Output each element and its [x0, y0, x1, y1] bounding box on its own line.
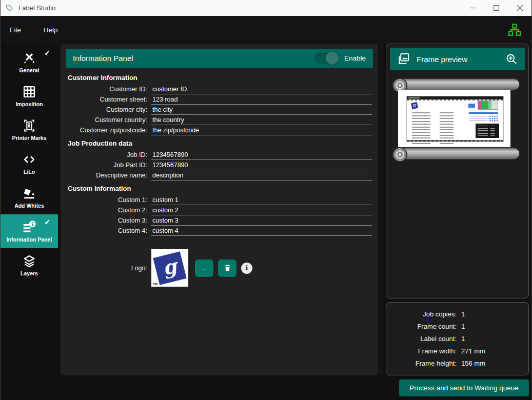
customer-street-input[interactable] [151, 95, 372, 105]
customer-city-input[interactable] [151, 105, 372, 115]
custom-4-label: Custom 4: [67, 226, 151, 236]
custom-1-input[interactable] [151, 195, 372, 205]
frame-preview-panel: Frame preview [386, 44, 529, 298]
minimize-button[interactable] [461, 0, 484, 16]
sidebar-item-add-whites[interactable]: Add Whites [1, 181, 58, 214]
frames-image-icon [397, 52, 411, 66]
check-icon: ✓ [44, 218, 50, 226]
frame-preview-title: Frame preview [417, 55, 467, 64]
close-button[interactable] [508, 0, 531, 16]
job-part-id-input[interactable] [151, 161, 372, 170]
customer-id-label: Customer ID: [67, 85, 151, 94]
sidebar-item-label: General [19, 68, 39, 74]
window-controls [461, 0, 531, 16]
form-row: Customer street: [67, 95, 372, 105]
logo-label: Logo: [67, 265, 151, 272]
paint-bucket-icon [22, 186, 37, 201]
sidebar-item-label: LiLo [24, 169, 35, 175]
trash-icon [223, 264, 232, 272]
custom-2-input[interactable] [151, 206, 372, 215]
window-title: Label Studio [18, 4, 55, 12]
sidebar-item-label: Information Panel [7, 237, 52, 243]
custom-3-label: Custom 3: [67, 216, 151, 226]
menu-file[interactable]: File [10, 26, 21, 34]
angle-brackets-icon [22, 152, 37, 167]
frame-width-value: 271 mm [461, 347, 485, 355]
customer-zip-label: Customer zip/postcode: [67, 126, 151, 135]
job-stats-panel: Job copies: 1 Frame count: 1 Label count… [386, 302, 529, 375]
logo-image: g TM [151, 249, 188, 287]
titlebar: Label Studio [1, 0, 531, 16]
section-title-custom: Custom information [68, 185, 372, 192]
maximize-button[interactable] [484, 0, 508, 16]
custom-3-input[interactable] [151, 216, 372, 226]
descriptive-name-input[interactable] [151, 171, 372, 181]
form-row: Job ID: [67, 150, 372, 160]
form-row: Customer city: [67, 105, 372, 115]
label-count-label: Label count: [393, 335, 457, 343]
form-row: Custom 4: [67, 226, 372, 236]
zoom-in-icon[interactable] [505, 52, 518, 66]
customer-id-input[interactable] [151, 85, 372, 94]
logo-letter: g [161, 256, 179, 278]
sidebar-item-information-panel[interactable]: Information Panel ✓ [1, 214, 58, 248]
sidebar-item-label: Add Whites [14, 203, 44, 209]
menubar: File Help [1, 16, 531, 44]
logo-info-icon[interactable]: i [241, 263, 252, 274]
job-id-label: Job ID: [67, 150, 151, 160]
customer-zip-input[interactable] [151, 126, 372, 135]
app-logo-icon [5, 4, 14, 12]
job-copies-value: 1 [461, 310, 465, 318]
customer-street-label: Customer street: [67, 95, 151, 105]
app-window: Label Studio File Help [0, 0, 532, 400]
sidebar-item-label: Printer Marks [12, 135, 46, 142]
form-row: Custom 3: [67, 216, 372, 226]
sidebar-item-layers[interactable]: Layers [1, 248, 58, 282]
stat-row: Label count: 1 [393, 335, 521, 343]
label-thumbnail [406, 96, 504, 142]
customer-country-input[interactable] [151, 115, 372, 125]
section-title-job: Job Production data [68, 139, 372, 147]
panel-splitter[interactable] [381, 44, 383, 375]
frame-height-label: Frame height: [393, 359, 457, 367]
form-area: Customer Information Customer ID: Custom… [66, 68, 373, 287]
menu-help[interactable]: Help [44, 26, 58, 34]
job-copies-label: Job copies: [393, 310, 457, 318]
sidebar-item-imposition[interactable]: Imposition [1, 79, 58, 113]
process-send-button[interactable]: Process and send to Waiting queue [399, 379, 529, 396]
sidebar-item-printer-marks[interactable]: Printer Marks [1, 113, 58, 147]
sidebar-item-label: Layers [21, 271, 38, 277]
stat-row: Frame height: 156 mm [393, 359, 521, 367]
frame-preview-image[interactable] [393, 78, 522, 160]
delete-logo-button[interactable] [218, 259, 237, 277]
customer-city-label: Customer city: [67, 105, 151, 115]
browse-logo-button[interactable]: ... [195, 259, 213, 277]
web-roller-bottom [393, 147, 520, 160]
form-row: Customer zip/postcode: [67, 126, 372, 135]
job-id-input[interactable] [151, 150, 372, 160]
enable-label: Enable [344, 54, 366, 62]
panel-title: Information Panel [73, 54, 133, 63]
logo-row: Logo: g TM ... [67, 249, 372, 287]
form-row: Descriptive name: [67, 171, 372, 181]
sidebar-item-general[interactable]: General ✓ [1, 45, 58, 79]
section-title-customer: Customer Information [68, 74, 372, 82]
custom-4-input[interactable] [151, 226, 372, 236]
custom-1-label: Custom 1: [67, 195, 151, 205]
information-panel-main: Information Panel Enable Customer Inform… [61, 44, 378, 375]
web-roller-top [393, 78, 520, 91]
form-row: Customer ID: [67, 85, 372, 94]
form-row: Custom 1: [67, 195, 372, 205]
form-row: Customer country: [67, 115, 372, 125]
printer-marks-icon [22, 118, 37, 133]
frame-count-value: 1 [461, 323, 465, 330]
job-part-id-label: Job Part ID: [67, 161, 151, 170]
network-status-icon[interactable] [507, 22, 522, 37]
stat-row: Job copies: 1 [393, 310, 521, 318]
enable-toggle[interactable] [314, 53, 338, 64]
sidebar-item-lilo[interactable]: LiLo [1, 147, 58, 181]
tools-icon [22, 50, 37, 66]
logo-diamond: g [153, 251, 186, 285]
form-row: Job Part ID: [67, 161, 372, 170]
frame-count-label: Frame count: [393, 323, 457, 330]
